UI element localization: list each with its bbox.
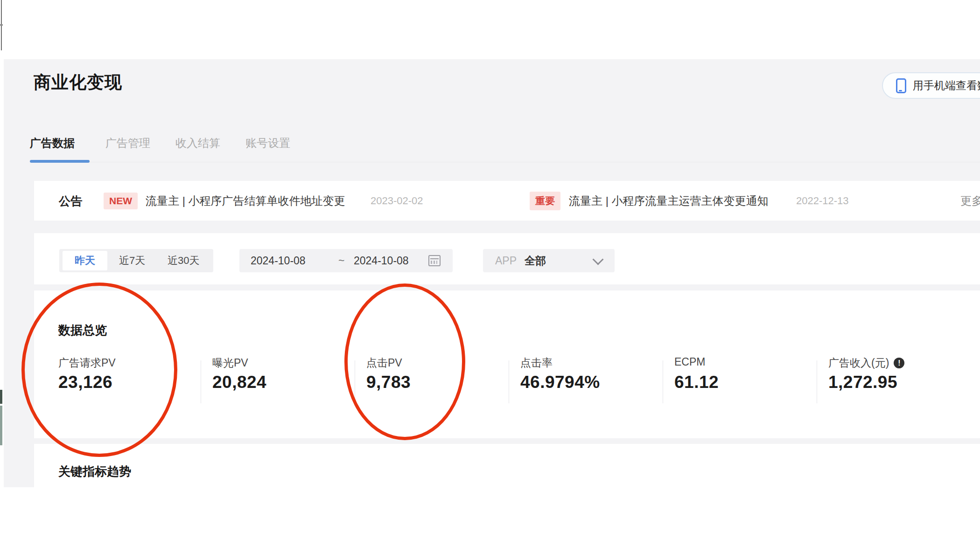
metric-value-ctr: 46.9794% <box>520 373 600 392</box>
annotation-circle-click-pv <box>344 283 465 440</box>
annotation-circle-ad-request-pv <box>21 283 177 457</box>
metric-label-ecpm: ECPM <box>674 356 705 368</box>
metric-label-ad-revenue-text: 广告收入(元) <box>828 356 889 370</box>
date-range-segmented-control: 昨天 近7天 近30天 <box>59 249 213 272</box>
trend-section-title: 关键指标趋势 <box>58 463 131 480</box>
announcement-link[interactable]: 流量主 | 小程序流量主运营主体变更通知 <box>569 193 769 208</box>
tab-account-settings[interactable]: 账号设置 <box>245 136 290 151</box>
badge-new: NEW <box>104 193 138 209</box>
range-yesterday-button[interactable]: 昨天 <box>63 251 107 270</box>
app-filter-value: 全部 <box>525 254 546 268</box>
metric-value-exposure-pv: 20,824 <box>212 373 266 392</box>
tab-revenue-settlement[interactable]: 收入结算 <box>175 136 220 151</box>
metric-divider <box>663 360 663 403</box>
left-edge-mark <box>0 24 3 26</box>
metric-value-ecpm: 61.12 <box>674 373 719 392</box>
chevron-down-icon <box>592 254 603 265</box>
metric-divider <box>201 360 201 403</box>
tabbar-divider <box>30 162 980 162</box>
announcement-more-link[interactable]: 更多 <box>960 193 980 208</box>
metric-label-exposure-pv: 曝光PV <box>212 356 248 370</box>
left-edge-artifact <box>0 406 2 445</box>
announcement-title: 公告 <box>59 193 82 208</box>
tab-ad-data[interactable]: 广告数据 <box>30 136 75 151</box>
metric-divider <box>509 360 509 403</box>
date-range-picker[interactable]: 2024-10-08 ~ 2024-10-08 <box>239 249 453 272</box>
metric-label-ctr: 点击率 <box>520 356 553 370</box>
metric-label-ad-revenue: 广告收入(元) ! <box>828 356 904 370</box>
info-icon[interactable]: ! <box>894 358 904 368</box>
announcement-link[interactable]: 流量主 | 小程序广告结算单收件地址变更 <box>146 193 345 208</box>
active-tab-underline <box>30 160 90 163</box>
metric-value-ad-revenue: 1,272.95 <box>828 373 897 392</box>
badge-important: 重要 <box>530 192 560 210</box>
range-7days-button[interactable]: 近7天 <box>119 254 145 268</box>
date-end-value[interactable]: 2024-10-08 <box>354 255 409 267</box>
page-title: 商业化变现 <box>34 71 122 94</box>
date-start-value[interactable]: 2024-10-08 <box>251 255 306 267</box>
view-on-mobile-button[interactable]: 用手机端查看数据 <box>882 72 980 99</box>
announcement-date: 2022-12-13 <box>796 195 849 207</box>
announcement-bar: 公告 NEW 流量主 | 小程序广告结算单收件地址变更 2023-02-02 重… <box>34 181 980 221</box>
range-30days-button[interactable]: 近30天 <box>168 254 199 268</box>
left-edge-artifact <box>0 390 2 404</box>
view-on-mobile-label: 用手机端查看数据 <box>913 78 980 93</box>
date-separator: ~ <box>338 255 344 267</box>
phone-icon <box>896 78 906 93</box>
key-trend-card: 关键指标趋势 <box>34 444 980 487</box>
app-filter-select[interactable]: APP 全部 <box>483 249 615 272</box>
metric-divider <box>817 360 817 403</box>
tab-ad-management[interactable]: 广告管理 <box>105 136 150 151</box>
announcement-date: 2023-02-02 <box>371 195 423 207</box>
app-filter-label: APP <box>495 255 517 267</box>
filter-bar: 昨天 近7天 近30天 2024-10-08 ~ 2024-10-08 APP … <box>34 233 980 284</box>
calendar-icon[interactable] <box>428 255 441 266</box>
